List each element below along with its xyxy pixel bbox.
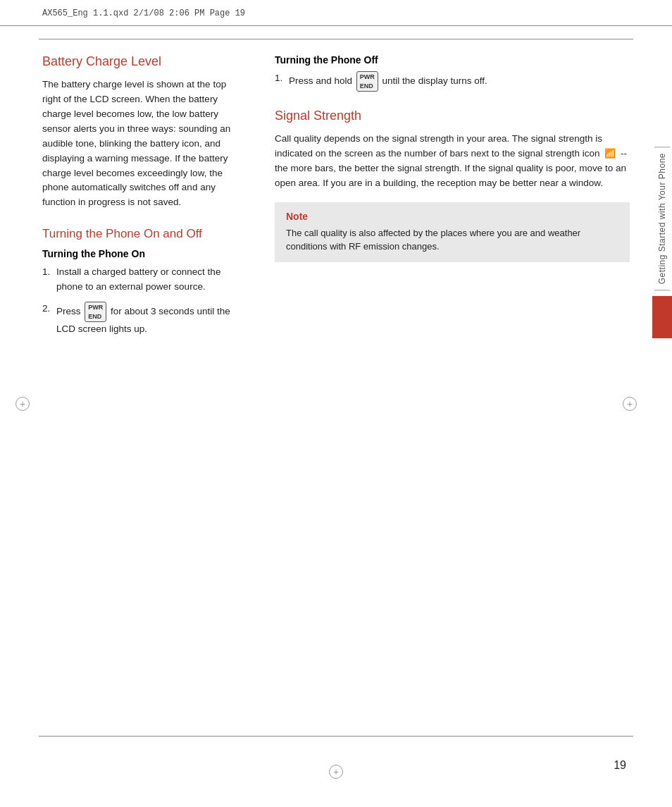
turning-on-item-1: 1. Install a charged battery or connect …	[42, 265, 247, 295]
bottom-rule	[39, 736, 633, 737]
right-column: Turning the Phone Off 1. Press and hold …	[268, 54, 630, 354]
reg-mark-right	[623, 397, 637, 411]
page-container: AX565_Eng 1.1.qxd 2/1/08 2:06 PM Page 19…	[0, 0, 672, 807]
reg-mark-left	[15, 397, 30, 411]
off-item-num-1: 1.	[275, 71, 289, 92]
page-number: 19	[614, 759, 626, 772]
off-item-text-1: Press and hold PWREND until the display …	[289, 71, 630, 92]
note-title: Note	[286, 211, 618, 222]
item2-prefix: Press	[56, 306, 81, 316]
turning-on-heading: Turning the Phone On	[42, 248, 247, 259]
header-bar: AX565_Eng 1.1.qxd 2/1/08 2:06 PM Page 19	[0, 0, 672, 26]
sidebar-tab: Getting Started with Your Phone	[652, 141, 672, 296]
header-text: AX565_Eng 1.1.qxd 2/1/08 2:06 PM Page 19	[42, 8, 245, 18]
turning-on-off-title: Turning the Phone On and Off	[42, 227, 247, 241]
main-content: Battery Charge Level The battery charge …	[0, 26, 672, 382]
turning-off-item-1: 1. Press and hold PWREND until the displ…	[275, 71, 630, 92]
item-num-1: 1.	[42, 265, 56, 295]
turning-on-off-section: Turning the Phone On and Off Turning the…	[42, 227, 247, 337]
battery-section: Battery Charge Level The battery charge …	[42, 54, 247, 210]
off-prefix: Press and hold	[289, 75, 352, 86]
sidebar-red-block	[652, 296, 672, 338]
left-column: Battery Charge Level The battery charge …	[42, 54, 268, 354]
pwr-end-icon-left: PWREND	[85, 302, 106, 322]
signal-body: Call quality depends on the signal stren…	[275, 132, 630, 191]
item2-suffix: for about 3 seconds until the LCD screen…	[56, 306, 230, 334]
note-box: Note The call quality is also affected b…	[275, 202, 630, 262]
turning-off-section: Turning the Phone Off 1. Press and hold …	[275, 54, 630, 92]
off-suffix: until the display turns off.	[382, 75, 487, 86]
signal-section: Signal Strength Call quality depends on …	[275, 109, 630, 262]
item-text-1: Install a charged battery or connect the…	[56, 265, 247, 295]
signal-bars-icon: 📶	[604, 147, 616, 161]
turning-on-item-2: 2. Press PWREND for about 3 seconds unti…	[42, 302, 247, 337]
battery-title: Battery Charge Level	[42, 54, 247, 69]
signal-body1: Call quality depends on the signal stren…	[275, 133, 602, 159]
item-text-2: Press PWREND for about 3 seconds until t…	[56, 302, 247, 337]
sidebar-label: Getting Started with Your Phone	[654, 147, 670, 290]
reg-mark-bottom	[329, 765, 343, 779]
note-text: The call quality is also affected by the…	[286, 226, 618, 254]
signal-title: Signal Strength	[275, 109, 630, 123]
item-num-2: 2.	[42, 302, 56, 337]
turning-off-heading: Turning the Phone Off	[275, 54, 630, 66]
pwr-end-icon-right: PWREND	[356, 71, 378, 92]
battery-body: The battery charge level is shown at the…	[42, 78, 247, 210]
